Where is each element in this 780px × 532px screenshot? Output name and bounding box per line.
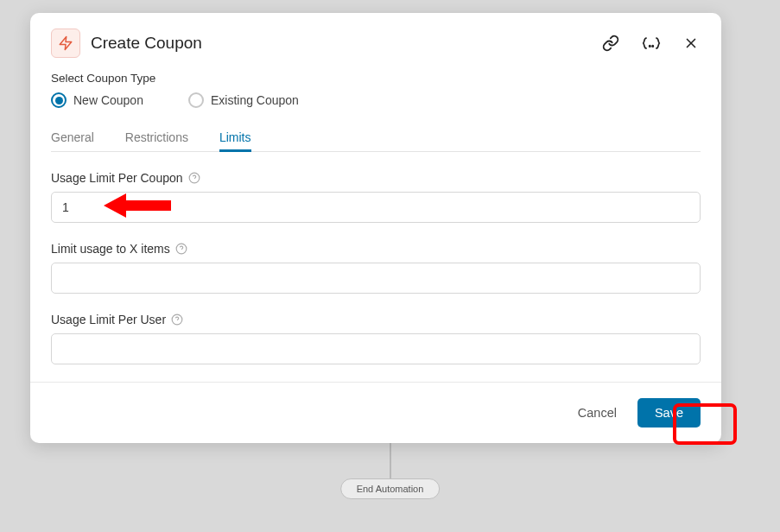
tab-restrictions[interactable]: Restrictions — [125, 124, 188, 151]
close-icon[interactable] — [682, 34, 701, 53]
tab-limits[interactable]: Limits — [219, 124, 251, 151]
cancel-button[interactable]: Cancel — [573, 399, 622, 427]
tab-general[interactable]: General — [51, 124, 94, 151]
coupon-type-label: Select Coupon Type — [51, 72, 701, 85]
header-actions — [600, 33, 701, 54]
usage-limit-per-coupon-input[interactable] — [51, 192, 701, 223]
usage-limit-per-user-label: Usage Limit Per User — [51, 313, 166, 326]
usage-limit-per-user-input[interactable] — [51, 333, 701, 364]
limit-usage-x-items-input[interactable] — [51, 263, 701, 294]
modal-title: Create Coupon — [91, 34, 600, 53]
radio-indicator-selected — [51, 92, 67, 108]
save-button[interactable]: Save — [637, 398, 701, 428]
coupon-bolt-icon — [51, 28, 80, 58]
end-automation-pill[interactable]: End Automation — [340, 478, 441, 499]
help-icon[interactable] — [175, 243, 187, 255]
link-icon[interactable] — [600, 33, 621, 54]
svg-point-1 — [650, 46, 650, 47]
field-usage-limit-per-coupon: Usage Limit Per Coupon — [51, 171, 701, 223]
modal-body: Select Coupon Type New Coupon Existing C… — [30, 66, 721, 382]
radio-new-coupon-label: New Coupon — [73, 93, 143, 107]
svg-point-2 — [652, 46, 653, 47]
modal-footer: Cancel Save — [30, 382, 721, 443]
tabs: General Restrictions Limits — [51, 124, 701, 152]
svg-marker-0 — [60, 37, 72, 50]
radio-new-coupon[interactable]: New Coupon — [51, 92, 143, 108]
radio-existing-coupon-label: Existing Coupon — [211, 93, 299, 107]
usage-limit-per-coupon-label: Usage Limit Per Coupon — [51, 171, 183, 185]
radio-indicator — [188, 92, 204, 108]
radio-existing-coupon[interactable]: Existing Coupon — [188, 92, 299, 108]
limit-usage-x-items-label: Limit usage to X items — [51, 242, 170, 256]
field-limit-usage-x-items: Limit usage to X items — [51, 242, 701, 294]
create-coupon-modal: Create Coupon — [30, 13, 721, 443]
field-usage-limit-per-user: Usage Limit Per User — [51, 313, 701, 364]
help-icon[interactable] — [171, 314, 183, 326]
help-icon[interactable] — [188, 172, 200, 184]
modal-header: Create Coupon — [30, 13, 721, 66]
coupon-type-radiogroup: New Coupon Existing Coupon — [51, 92, 701, 108]
merge-tags-icon[interactable] — [640, 34, 663, 53]
